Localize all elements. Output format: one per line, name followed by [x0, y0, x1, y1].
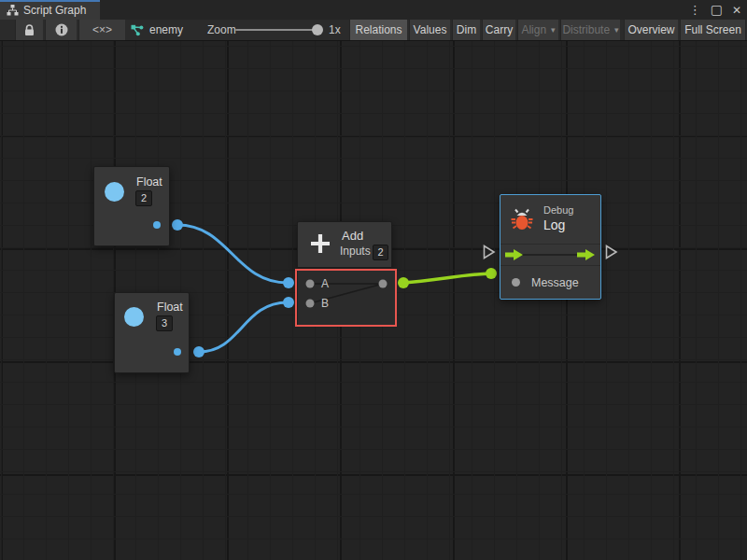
- distribute-label: Distribute: [562, 23, 610, 36]
- wire-add-to-message[interactable]: [403, 273, 491, 283]
- wire-endpoint[interactable]: [193, 346, 204, 357]
- float-node-1[interactable]: Float 2: [93, 166, 170, 246]
- inputs-count-input[interactable]: 2: [373, 245, 388, 260]
- relations-button[interactable]: Relations: [349, 20, 407, 40]
- float-value-input[interactable]: 2: [135, 190, 152, 206]
- plus-icon: [309, 232, 331, 255]
- add-node-header[interactable]: Add Inputs 2: [297, 221, 392, 268]
- distribute-dropdown[interactable]: Distribute ▾: [560, 20, 620, 40]
- zoom-slider-handle[interactable]: [312, 24, 323, 35]
- values-label: Values: [414, 23, 447, 36]
- dim-label: Dim: [457, 23, 476, 36]
- debug-node-header: Debug Log: [500, 195, 600, 244]
- graph-tab-icon: [7, 5, 19, 16]
- maximize-icon[interactable]: ▢: [711, 3, 723, 16]
- tab-script-graph[interactable]: Script Graph: [0, 0, 100, 20]
- dim-button[interactable]: Dim: [452, 20, 480, 40]
- carry-button[interactable]: Carry: [482, 20, 515, 40]
- flow-ports: [500, 245, 600, 265]
- align-label: Align: [521, 23, 546, 36]
- message-input-port[interactable]: [512, 278, 520, 287]
- active-tab-accent: [0, 0, 100, 2]
- zoom-label: Zoom: [207, 20, 236, 40]
- flow-output-port[interactable]: [577, 249, 595, 260]
- relations-label: Relations: [355, 23, 402, 36]
- flow-entry-triangle[interactable]: [483, 245, 496, 259]
- float-output-port[interactable]: [153, 221, 161, 229]
- flow-exit-triangle[interactable]: [605, 245, 618, 259]
- chevron-down-icon: ▾: [614, 25, 619, 35]
- wire-endpoint[interactable]: [283, 277, 294, 288]
- tab-bar: Script Graph ⋮ ▢ ✕: [0, 0, 747, 20]
- debug-message-row: Message: [500, 265, 600, 299]
- debug-log-node[interactable]: Debug Log Message: [500, 194, 601, 300]
- debug-node-titles: Debug Log: [543, 204, 573, 233]
- graph-toolbar: <×> enemy Zoom 1x Relations Values Dim C…: [0, 20, 747, 41]
- full-screen-button[interactable]: Full Screen: [680, 20, 746, 40]
- error-highlight-frame: [295, 269, 397, 327]
- code-icon: <×>: [92, 23, 112, 36]
- wire-float3-to-add-b[interactable]: [199, 302, 288, 352]
- node-title: Add: [342, 229, 363, 243]
- overview-button[interactable]: Overview: [624, 20, 678, 40]
- wire-endpoint[interactable]: [283, 297, 294, 308]
- node-category: Debug: [543, 204, 573, 217]
- float-value-input[interactable]: 3: [156, 315, 173, 331]
- overview-label: Overview: [627, 23, 674, 36]
- graph-reference[interactable]: enemy: [131, 20, 183, 40]
- flow-input-port[interactable]: [505, 249, 523, 260]
- lock-icon: [24, 24, 35, 36]
- zoom-slider-track[interactable]: [235, 29, 319, 31]
- graph-canvas[interactable]: Float 2 Float 3 Add Inputs 2: [0, 41, 747, 560]
- lock-button[interactable]: [15, 20, 43, 40]
- node-title: Log: [543, 217, 573, 234]
- node-title: Float: [136, 175, 162, 189]
- inputs-label: Inputs: [340, 245, 371, 258]
- float-node-2[interactable]: Float 3: [114, 292, 190, 373]
- code-view-button[interactable]: <×>: [78, 20, 125, 40]
- wire-endpoint[interactable]: [398, 277, 409, 288]
- node-title: Float: [157, 301, 183, 314]
- window-controls: ⋮ ▢ ✕: [689, 0, 741, 20]
- wire-endpoint[interactable]: [172, 219, 183, 231]
- debug-flow-row: [500, 244, 600, 265]
- full-screen-label: Full Screen: [684, 23, 741, 36]
- close-icon[interactable]: ✕: [732, 5, 741, 16]
- carry-label: Carry: [486, 23, 513, 36]
- float-type-icon: [124, 307, 144, 327]
- window-menu-icon[interactable]: ⋮: [689, 4, 701, 16]
- message-label: Message: [531, 276, 579, 289]
- chevron-down-icon: ▾: [551, 25, 556, 35]
- tab-title: Script Graph: [23, 4, 86, 17]
- graph-ref-label: enemy: [149, 23, 183, 36]
- info-button[interactable]: [45, 20, 77, 40]
- float-type-icon: [105, 182, 124, 202]
- align-dropdown[interactable]: Align ▾: [517, 20, 558, 40]
- bug-icon: [510, 207, 534, 231]
- values-button[interactable]: Values: [409, 20, 450, 40]
- float-output-port[interactable]: [174, 348, 181, 356]
- script-graph-window: Script Graph ⋮ ▢ ✕ <×>: [0, 0, 747, 560]
- graph-node-icon: [131, 24, 144, 36]
- wire-float2-to-add-a[interactable]: [177, 225, 288, 283]
- zoom-value: 1x: [329, 20, 341, 40]
- info-icon: [55, 23, 68, 36]
- wire-endpoint[interactable]: [486, 268, 497, 279]
